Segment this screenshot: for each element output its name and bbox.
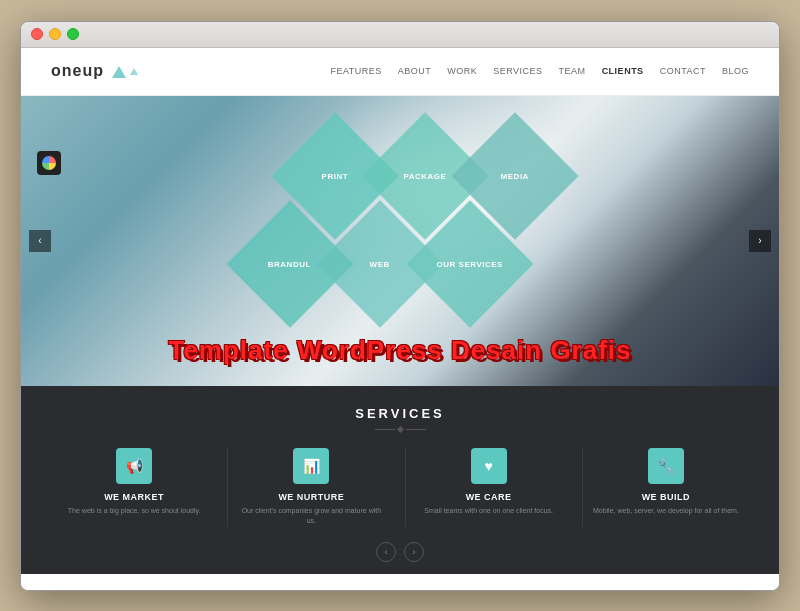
megaphone-icon: 📢: [126, 458, 143, 474]
service-build-name: We Build: [642, 492, 691, 502]
website: oneup FEATURES ABOUT WORK SERVICES TEAM …: [21, 48, 779, 590]
service-market-icon-box: 📢: [116, 448, 152, 484]
service-nurture: 📊 We Nurture Our client's companies grow…: [227, 448, 394, 527]
browser-content: oneup FEATURES ABOUT WORK SERVICES TEAM …: [21, 48, 779, 590]
divider-line-right: [406, 429, 426, 430]
corner-icon: [37, 151, 61, 175]
minimize-button[interactable]: [49, 28, 61, 40]
logo-triangle-inner-icon: [130, 68, 138, 75]
service-care-name: We Care: [466, 492, 512, 502]
mac-titlebar: [21, 22, 779, 48]
service-market-desc: The web is a big place, so we shout loud…: [68, 506, 201, 517]
overlay-text-container: Template WordPress Desain Grafis: [21, 335, 779, 366]
chart-icon: 📊: [303, 458, 320, 474]
nav-services[interactable]: SERVICES: [493, 66, 542, 76]
hero-section: ‹ PRINT PACKAGE MEDIA BRANDUL: [21, 96, 779, 386]
services-title: SERVICES: [51, 406, 749, 421]
service-build: 🔧 We Build Mobile, web, server, we devel…: [582, 448, 749, 527]
site-logo: oneup: [51, 62, 138, 80]
nav-blog[interactable]: BLOG: [722, 66, 749, 76]
diamond-brandul-label: BRANDUL: [268, 259, 311, 268]
service-nurture-desc: Our client's companies grow and mature w…: [238, 506, 384, 527]
service-market-name: We Market: [104, 492, 164, 502]
service-build-icon-box: 🔧: [648, 448, 684, 484]
diamond-ourservices-label: OUR SERVICES: [437, 259, 503, 268]
close-button[interactable]: [31, 28, 43, 40]
service-nurture-icon-box: 📊: [293, 448, 329, 484]
service-care-desc: Small teams with one on one client focus…: [424, 506, 553, 517]
nav-work[interactable]: WORK: [447, 66, 477, 76]
logo-triangle-icon: [112, 66, 126, 78]
divider-diamond-icon: [396, 425, 403, 432]
logo-text: oneup: [51, 62, 104, 79]
divider-line-left: [375, 429, 395, 430]
maximize-button[interactable]: [67, 28, 79, 40]
nav-about[interactable]: ABOUT: [398, 66, 432, 76]
services-section: SERVICES 📢 We Market The web is a big pl…: [21, 386, 779, 542]
service-build-desc: Mobile, web, server, we develop for all …: [593, 506, 739, 517]
wrench-icon: 🔧: [657, 458, 674, 474]
diamond-package-label: PACKAGE: [404, 171, 447, 180]
nav-team[interactable]: TEAM: [559, 66, 586, 76]
nav-contact[interactable]: CONTACT: [660, 66, 706, 76]
services-divider: [51, 427, 749, 432]
nav-clients[interactable]: CLIENTS: [602, 66, 644, 76]
pagination-prev[interactable]: ‹: [376, 542, 396, 562]
service-care-icon-box: ♥: [471, 448, 507, 484]
pagination: ‹ ›: [21, 542, 779, 574]
site-header: oneup FEATURES ABOUT WORK SERVICES TEAM …: [21, 48, 779, 96]
diamond-web-label: WEB: [370, 259, 390, 268]
diamond-media-label: MEDIA: [501, 171, 529, 180]
site-navigation: FEATURES ABOUT WORK SERVICES TEAM CLIENT…: [330, 66, 749, 76]
service-care: ♥ We Care Small teams with one on one cl…: [405, 448, 572, 527]
diamond-print-label: PRINT: [322, 171, 349, 180]
services-grid: 📢 We Market The web is a big place, so w…: [51, 448, 749, 527]
hero-prev-arrow[interactable]: ‹: [29, 230, 51, 252]
overlay-text: Template WordPress Desain Grafis: [168, 335, 631, 365]
pagination-next[interactable]: ›: [404, 542, 424, 562]
service-market: 📢 We Market The web is a big place, so w…: [51, 448, 217, 527]
hero-next-arrow[interactable]: ›: [749, 230, 771, 252]
color-wheel-icon: [42, 156, 56, 170]
service-nurture-name: We Nurture: [278, 492, 344, 502]
nav-features[interactable]: FEATURES: [330, 66, 381, 76]
diamond-grid: PRINT PACKAGE MEDIA BRANDUL WEB: [240, 131, 560, 351]
heart-icon: ♥: [484, 458, 492, 474]
mac-window: oneup FEATURES ABOUT WORK SERVICES TEAM …: [20, 21, 780, 591]
